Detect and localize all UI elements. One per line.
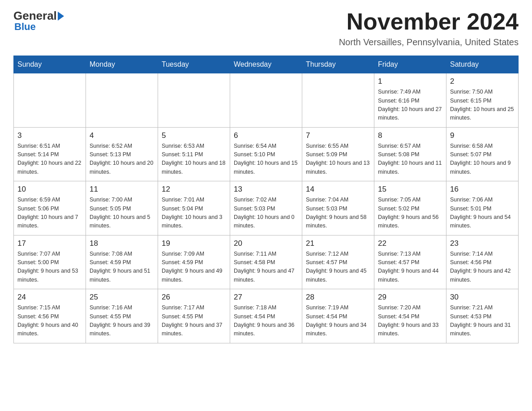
- day-number: 17: [17, 239, 82, 248]
- day-number: 30: [450, 293, 515, 302]
- calendar-cell-30: 30Sunrise: 7:21 AMSunset: 4:53 PMDayligh…: [446, 289, 519, 343]
- day-info: Sunrise: 7:02 AMSunset: 5:03 PMDaylight:…: [234, 196, 298, 231]
- calendar-cell-27: 27Sunrise: 7:18 AMSunset: 4:54 PMDayligh…: [230, 289, 302, 343]
- calendar-week-row-1: 1Sunrise: 7:49 AMSunset: 6:16 PMDaylight…: [14, 73, 519, 128]
- day-number: 25: [90, 293, 154, 302]
- logo-arrow-icon: [58, 12, 64, 21]
- day-info: Sunrise: 7:00 AMSunset: 5:05 PMDaylight:…: [90, 196, 154, 231]
- calendar-cell-11: 11Sunrise: 7:00 AMSunset: 5:05 PMDayligh…: [86, 181, 158, 235]
- day-number: 7: [306, 131, 370, 140]
- day-number: 9: [450, 131, 515, 140]
- day-info: Sunrise: 6:53 AMSunset: 5:11 PMDaylight:…: [162, 142, 226, 177]
- day-info: Sunrise: 7:07 AMSunset: 5:00 PMDaylight:…: [17, 250, 82, 285]
- calendar-week-row-5: 24Sunrise: 7:15 AMSunset: 4:56 PMDayligh…: [14, 289, 519, 343]
- calendar-cell-26: 26Sunrise: 7:17 AMSunset: 4:55 PMDayligh…: [158, 289, 230, 343]
- day-info: Sunrise: 6:55 AMSunset: 5:09 PMDaylight:…: [306, 142, 370, 177]
- day-info: Sunrise: 6:57 AMSunset: 5:08 PMDaylight:…: [378, 142, 442, 177]
- day-info: Sunrise: 7:49 AMSunset: 6:16 PMDaylight:…: [378, 88, 442, 123]
- calendar-header-wednesday: Wednesday: [230, 56, 302, 73]
- day-number: 18: [90, 239, 154, 248]
- calendar-cell-1: 1Sunrise: 7:49 AMSunset: 6:16 PMDaylight…: [374, 73, 446, 128]
- calendar-cell-6: 6Sunrise: 6:54 AMSunset: 5:10 PMDaylight…: [230, 127, 302, 181]
- header-area: General Blue November 2024 North Versail…: [13, 9, 519, 47]
- logo: General Blue: [13, 9, 64, 33]
- calendar-cell-21: 21Sunrise: 7:12 AMSunset: 4:57 PMDayligh…: [302, 235, 374, 289]
- day-number: 6: [234, 131, 298, 140]
- calendar-header-row: SundayMondayTuesdayWednesdayThursdayFrid…: [14, 56, 519, 73]
- day-info: Sunrise: 7:13 AMSunset: 4:57 PMDaylight:…: [378, 250, 442, 285]
- day-number: 28: [306, 293, 370, 302]
- day-info: Sunrise: 7:09 AMSunset: 4:59 PMDaylight:…: [162, 250, 226, 285]
- calendar-cell-20: 20Sunrise: 7:11 AMSunset: 4:58 PMDayligh…: [230, 235, 302, 289]
- calendar-cell-23: 23Sunrise: 7:14 AMSunset: 4:56 PMDayligh…: [446, 235, 519, 289]
- day-number: 29: [378, 293, 442, 302]
- day-info: Sunrise: 7:04 AMSunset: 5:03 PMDaylight:…: [306, 196, 370, 231]
- calendar-cell-14: 14Sunrise: 7:04 AMSunset: 5:03 PMDayligh…: [302, 181, 374, 235]
- calendar-cell-empty: [230, 73, 302, 128]
- calendar-week-row-4: 17Sunrise: 7:07 AMSunset: 5:00 PMDayligh…: [14, 235, 519, 289]
- calendar-week-row-3: 10Sunrise: 6:59 AMSunset: 5:06 PMDayligh…: [14, 181, 519, 235]
- calendar-cell-12: 12Sunrise: 7:01 AMSunset: 5:04 PMDayligh…: [158, 181, 230, 235]
- day-number: 2: [450, 77, 515, 86]
- calendar-header-monday: Monday: [86, 56, 158, 73]
- calendar-cell-7: 7Sunrise: 6:55 AMSunset: 5:09 PMDaylight…: [302, 127, 374, 181]
- day-info: Sunrise: 6:59 AMSunset: 5:06 PMDaylight:…: [17, 196, 82, 231]
- day-info: Sunrise: 7:06 AMSunset: 5:01 PMDaylight:…: [450, 196, 515, 231]
- day-info: Sunrise: 7:11 AMSunset: 4:58 PMDaylight:…: [234, 250, 298, 285]
- day-number: 5: [162, 131, 226, 140]
- day-info: Sunrise: 7:50 AMSunset: 6:15 PMDaylight:…: [450, 88, 515, 123]
- day-number: 12: [162, 185, 226, 194]
- logo-blue-text: Blue: [14, 21, 36, 33]
- day-info: Sunrise: 7:01 AMSunset: 5:04 PMDaylight:…: [162, 196, 226, 231]
- calendar-cell-29: 29Sunrise: 7:20 AMSunset: 4:54 PMDayligh…: [374, 289, 446, 343]
- day-number: 23: [450, 239, 515, 248]
- day-info: Sunrise: 7:15 AMSunset: 4:56 PMDaylight:…: [17, 304, 82, 338]
- day-number: 20: [234, 239, 298, 248]
- day-info: Sunrise: 7:12 AMSunset: 4:57 PMDaylight:…: [306, 250, 370, 285]
- calendar-cell-empty: [14, 73, 86, 128]
- day-number: 11: [90, 185, 154, 194]
- day-number: 15: [378, 185, 442, 194]
- calendar-cell-15: 15Sunrise: 7:05 AMSunset: 5:02 PMDayligh…: [374, 181, 446, 235]
- calendar-cell-4: 4Sunrise: 6:52 AMSunset: 5:13 PMDaylight…: [86, 127, 158, 181]
- title-area: November 2024 North Versailles, Pennsylv…: [339, 9, 519, 47]
- day-number: 27: [234, 293, 298, 302]
- day-info: Sunrise: 7:16 AMSunset: 4:55 PMDaylight:…: [90, 304, 154, 338]
- calendar-header-friday: Friday: [374, 56, 446, 73]
- calendar-cell-24: 24Sunrise: 7:15 AMSunset: 4:56 PMDayligh…: [14, 289, 86, 343]
- day-info: Sunrise: 7:14 AMSunset: 4:56 PMDaylight:…: [450, 250, 515, 285]
- calendar-cell-9: 9Sunrise: 6:58 AMSunset: 5:07 PMDaylight…: [446, 127, 519, 181]
- calendar-cell-empty: [86, 73, 158, 128]
- day-info: Sunrise: 6:52 AMSunset: 5:13 PMDaylight:…: [90, 142, 154, 177]
- day-number: 8: [378, 131, 442, 140]
- page-subtitle: North Versailles, Pennsylvania, United S…: [339, 37, 519, 47]
- day-number: 10: [17, 185, 82, 194]
- day-number: 14: [306, 185, 370, 194]
- day-info: Sunrise: 7:21 AMSunset: 4:53 PMDaylight:…: [450, 304, 515, 338]
- calendar-cell-5: 5Sunrise: 6:53 AMSunset: 5:11 PMDaylight…: [158, 127, 230, 181]
- day-info: Sunrise: 7:05 AMSunset: 5:02 PMDaylight:…: [378, 196, 442, 231]
- calendar-cell-8: 8Sunrise: 6:57 AMSunset: 5:08 PMDaylight…: [374, 127, 446, 181]
- day-info: Sunrise: 7:19 AMSunset: 4:54 PMDaylight:…: [306, 304, 370, 338]
- calendar-cell-13: 13Sunrise: 7:02 AMSunset: 5:03 PMDayligh…: [230, 181, 302, 235]
- calendar-cell-3: 3Sunrise: 6:51 AMSunset: 5:14 PMDaylight…: [14, 127, 86, 181]
- calendar-week-row-2: 3Sunrise: 6:51 AMSunset: 5:14 PMDaylight…: [14, 127, 519, 181]
- calendar-cell-17: 17Sunrise: 7:07 AMSunset: 5:00 PMDayligh…: [14, 235, 86, 289]
- page-title: November 2024: [339, 9, 519, 34]
- day-number: 22: [378, 239, 442, 248]
- day-info: Sunrise: 7:20 AMSunset: 4:54 PMDaylight:…: [378, 304, 442, 338]
- calendar-cell-16: 16Sunrise: 7:06 AMSunset: 5:01 PMDayligh…: [446, 181, 519, 235]
- calendar-cell-2: 2Sunrise: 7:50 AMSunset: 6:15 PMDaylight…: [446, 73, 519, 128]
- day-info: Sunrise: 6:54 AMSunset: 5:10 PMDaylight:…: [234, 142, 298, 177]
- calendar-header-sunday: Sunday: [14, 56, 86, 73]
- day-number: 3: [17, 131, 82, 140]
- day-info: Sunrise: 7:18 AMSunset: 4:54 PMDaylight:…: [234, 304, 298, 338]
- day-number: 19: [162, 239, 226, 248]
- calendar-cell-empty: [302, 73, 374, 128]
- day-number: 26: [162, 293, 226, 302]
- day-number: 13: [234, 185, 298, 194]
- calendar-header-tuesday: Tuesday: [158, 56, 230, 73]
- day-number: 24: [17, 293, 82, 302]
- day-info: Sunrise: 7:08 AMSunset: 4:59 PMDaylight:…: [90, 250, 154, 285]
- day-number: 21: [306, 239, 370, 248]
